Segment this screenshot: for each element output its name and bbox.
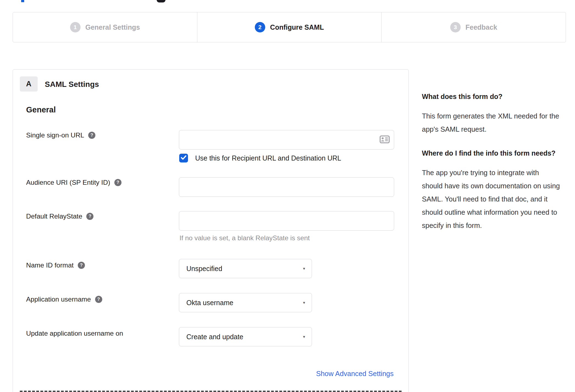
audience-uri-input[interactable] — [179, 177, 394, 197]
help-icon[interactable]: ? — [88, 132, 95, 139]
relaystate-input[interactable] — [179, 211, 394, 231]
update-username-label: Update application username on — [26, 330, 123, 337]
label-text: Update application username on — [26, 330, 123, 337]
relaystate-hint: If no value is set, a blank RelayState i… — [179, 234, 310, 242]
section-a-badge: A — [20, 76, 38, 92]
sso-url-input[interactable] — [179, 130, 394, 150]
step-label: General Settings — [85, 23, 140, 31]
label-text: Single sign-on URL — [26, 131, 84, 139]
help-icon[interactable]: ? — [114, 179, 121, 186]
step-general-settings[interactable]: 1 General Settings — [13, 12, 197, 42]
sso-url-label: Single sign-on URL ? — [26, 131, 95, 139]
step-feedback[interactable]: 3 Feedback — [382, 12, 566, 42]
chevron-down-icon: ▾ — [303, 334, 305, 339]
recipient-url-checkbox[interactable] — [179, 154, 188, 162]
name-id-format-select[interactable]: Unspecified ▾ — [179, 259, 312, 278]
panel-title: SAML Settings — [45, 80, 99, 89]
help-icon[interactable]: ? — [78, 262, 85, 269]
recipient-url-checkbox-label: Use this for Recipient URL and Destinati… — [195, 154, 341, 162]
help-answer-1: This form generates the XML needed for t… — [422, 109, 562, 136]
sso-url-field-wrap — [179, 130, 394, 150]
header-button-fragment — [157, 0, 165, 2]
step-configure-saml[interactable]: 2 Configure SAML — [197, 12, 382, 42]
label-text: Application username — [26, 296, 91, 303]
wizard-stepper: 1 General Settings 2 Configure SAML 3 Fe… — [13, 12, 566, 42]
show-advanced-settings-link[interactable]: Show Advanced Settings — [316, 370, 394, 378]
step-number-badge: 1 — [70, 22, 81, 32]
application-username-select[interactable]: Okta username ▾ — [179, 293, 312, 312]
help-icon[interactable]: ? — [86, 213, 93, 220]
help-sidebar: What does this form do? This form genera… — [422, 91, 562, 244]
label-text: Default RelayState — [26, 212, 82, 220]
general-section-title: General — [26, 105, 56, 114]
application-username-label: Application username ? — [26, 296, 102, 303]
logo-fragment — [21, 0, 24, 2]
checkmark-icon — [181, 155, 187, 161]
advanced-settings-dashed-divider — [20, 391, 402, 392]
selected-value: Okta username — [179, 299, 233, 307]
audience-uri-label: Audience URI (SP Entity ID) ? — [26, 179, 121, 186]
help-question-2: Where do I find the info this form needs… — [422, 148, 562, 158]
selected-value: Unspecified — [179, 265, 222, 273]
address-card-icon[interactable] — [380, 135, 390, 145]
name-id-format-label: Name ID format ? — [26, 261, 85, 269]
update-username-select[interactable]: Create and update ▾ — [179, 327, 312, 346]
step-number-badge: 3 — [450, 22, 461, 32]
help-answer-2: The app you're trying to integrate with … — [422, 166, 562, 232]
step-label: Configure SAML — [270, 23, 324, 31]
help-question-1: What does this form do? — [422, 91, 562, 102]
help-icon[interactable]: ? — [95, 296, 102, 303]
label-text: Audience URI (SP Entity ID) — [26, 179, 110, 186]
step-label: Feedback — [466, 23, 497, 31]
recipient-url-checkbox-row: Use this for Recipient URL and Destinati… — [179, 154, 341, 162]
selected-value: Create and update — [179, 333, 243, 341]
saml-settings-panel: A SAML Settings General Single sign-on U… — [13, 69, 409, 392]
chevron-down-icon: ▾ — [303, 300, 305, 305]
audience-uri-field-wrap — [179, 177, 394, 197]
relaystate-label: Default RelayState ? — [26, 212, 93, 220]
step-number-badge: 2 — [255, 22, 265, 32]
label-text: Name ID format — [26, 261, 74, 269]
chevron-down-icon: ▾ — [303, 266, 305, 271]
relaystate-field-wrap — [179, 211, 394, 231]
